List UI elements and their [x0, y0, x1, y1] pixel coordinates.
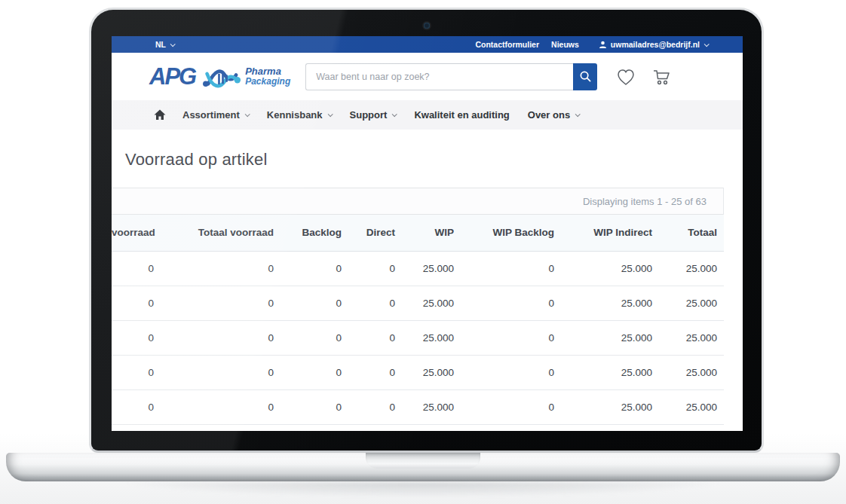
nav-item-label: Over ons — [528, 109, 570, 121]
webcam-dot — [424, 23, 430, 29]
site-header: APG Pharma Packaging — [112, 53, 743, 100]
stock-table-card: Displaying items 1 - 25 of 63 voorraadTo… — [112, 188, 724, 425]
tagline-line2: Packaging — [245, 77, 290, 87]
table-cell: 25.000 — [659, 251, 724, 286]
cart-button[interactable] — [651, 66, 673, 87]
table-cell: 25.000 — [659, 286, 724, 320]
laptop-reflection — [23, 482, 823, 502]
nav-item-over-ons[interactable]: Over ons — [528, 109, 579, 121]
table-cell: 0 — [161, 389, 280, 424]
column-header[interactable]: WIP Indirect — [561, 215, 659, 251]
nav-item-label: Kennisbank — [267, 109, 323, 121]
home-icon — [154, 109, 166, 121]
brand-name: APG — [149, 65, 195, 88]
language-selector[interactable]: NL — [155, 40, 174, 49]
tagline-line1: Pharma — [245, 66, 290, 77]
table-row[interactable]: 000025.000025.00025.000 — [112, 355, 724, 389]
search-button[interactable] — [573, 63, 597, 90]
table-cell: 0 — [161, 320, 280, 355]
search-box — [305, 63, 597, 90]
chevron-down-icon — [170, 41, 176, 47]
page-content: Voorraad op artikel Displaying items 1 -… — [112, 150, 743, 425]
scene: NL Contactformulier Nieuws uwmailadres@b… — [0, 0, 846, 504]
news-link[interactable]: Nieuws — [551, 40, 579, 49]
table-cell: 0 — [280, 355, 348, 389]
column-header[interactable]: Backlog — [280, 215, 348, 251]
nav-item-kennisbank[interactable]: Kennisbank — [267, 109, 332, 121]
column-header[interactable]: WIP Backlog — [461, 215, 561, 251]
table-cell: 0 — [461, 389, 561, 424]
table-cell: 25.000 — [561, 355, 659, 389]
topbar: NL Contactformulier Nieuws uwmailadres@b… — [112, 36, 743, 53]
table-cell: 0 — [348, 286, 402, 320]
table-cell: 25.000 — [659, 389, 724, 424]
column-header[interactable]: WIP — [402, 215, 461, 251]
wishlist-button[interactable] — [615, 66, 636, 87]
language-label: NL — [155, 40, 166, 49]
laptop-base — [6, 453, 840, 481]
chevron-down-icon — [704, 41, 710, 47]
brand-logo[interactable]: APG Pharma Packaging — [149, 61, 290, 93]
account-menu[interactable]: uwmailadres@bedrijf.nl — [599, 40, 708, 49]
nav-item-assortiment[interactable]: Assortiment — [182, 109, 249, 121]
page-title: Voorraad op artikel — [125, 150, 743, 170]
table-cell: 0 — [461, 251, 561, 286]
user-icon — [599, 41, 607, 49]
header-icons — [615, 66, 673, 87]
cart-icon — [651, 66, 673, 87]
table-row[interactable]: 000025.000025.00025.000 — [112, 389, 724, 424]
table-cell: 0 — [348, 389, 402, 424]
laptop-notch — [366, 453, 480, 469]
table-cell: 25.000 — [561, 389, 659, 424]
table-cell: 0 — [161, 355, 280, 389]
chevron-down-icon — [327, 111, 333, 117]
table-row[interactable]: 000025.000025.00025.000 — [112, 251, 724, 286]
home-button[interactable] — [154, 109, 166, 121]
brand-tagline: Pharma Packaging — [245, 66, 290, 87]
chevron-down-icon — [245, 111, 250, 117]
nav-item-support[interactable]: Support — [350, 109, 397, 121]
search-icon — [579, 70, 592, 83]
table-cell: 0 — [112, 251, 161, 286]
table-cell: 25.000 — [561, 286, 659, 320]
column-header[interactable]: voorraad — [112, 215, 161, 251]
nav-item-kwaliteit-en-auditing[interactable]: Kwaliteit en auditing — [414, 109, 509, 121]
table-cell: 0 — [461, 286, 561, 320]
laptop-bezel: NL Contactformulier Nieuws uwmailadres@b… — [89, 8, 764, 453]
table-cell: 0 — [280, 251, 348, 286]
contact-link[interactable]: Contactformulier — [475, 40, 539, 49]
table-cell: 25.000 — [402, 389, 461, 424]
column-header[interactable]: Totaal voorraad — [161, 215, 280, 251]
items-count: Displaying items 1 - 25 of 63 — [583, 196, 707, 207]
table-cell: 25.000 — [561, 320, 659, 355]
account-email: uwmailadres@bedrijf.nl — [611, 40, 700, 49]
table-header-row: voorraadTotaal voorraadBacklogDirectWIPW… — [112, 215, 724, 251]
table-cell: 0 — [348, 320, 402, 355]
table-cell: 25.000 — [402, 355, 461, 389]
table-cell: 0 — [280, 389, 348, 424]
table-row[interactable]: 000025.000025.00025.000 — [112, 286, 724, 320]
nav-item-label: Kwaliteit en auditing — [414, 109, 509, 121]
dna-helix-icon — [201, 61, 241, 93]
table-cell: 25.000 — [402, 320, 461, 355]
table-cell: 0 — [348, 355, 402, 389]
heart-icon — [615, 66, 636, 87]
table-row[interactable]: 000025.000025.00025.000 — [112, 320, 724, 355]
table-cell: 0 — [161, 286, 280, 320]
search-input[interactable] — [305, 63, 573, 90]
column-header[interactable]: Direct — [348, 215, 402, 251]
table-cell: 0 — [112, 320, 161, 355]
topbar-links: Contactformulier Nieuws uwmailadres@bedr… — [475, 40, 708, 49]
table-cell: 25.000 — [659, 320, 724, 355]
table-cell: 0 — [461, 320, 561, 355]
nav-item-label: Assortiment — [182, 109, 240, 121]
main-nav: AssortimentKennisbankSupportKwaliteit en… — [112, 100, 743, 130]
table-cell: 0 — [280, 320, 348, 355]
table-cell: 25.000 — [402, 286, 461, 320]
table-cell: 0 — [112, 286, 161, 320]
column-header[interactable]: Totaal — [659, 215, 724, 251]
table-cell: 25.000 — [659, 355, 724, 389]
table-cell: 0 — [280, 286, 348, 320]
nav-item-label: Support — [350, 109, 388, 121]
chevron-down-icon — [575, 111, 581, 117]
